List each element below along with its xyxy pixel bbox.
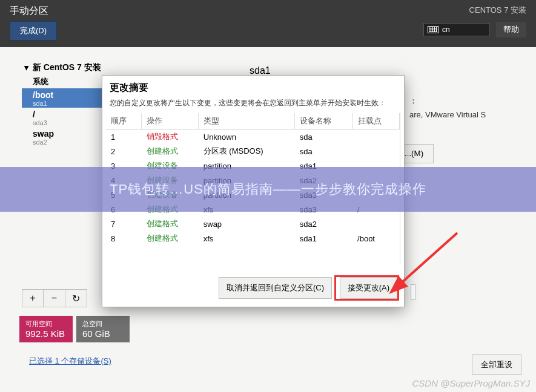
table-row[interactable]: 1销毁格式Unknownsda xyxy=(106,129,400,145)
device-desc-truncated: are, VMware Virtual S xyxy=(409,110,486,119)
accept-highlight: 接受更改(A) xyxy=(334,275,399,301)
dialog-subtitle: 您的自定义更改将产生以下变更，这些变更将会在您返回到主菜单并开始安装时生效： xyxy=(102,96,404,113)
space-summary: 可用空间 992.5 KiB 总空间 60 GiB xyxy=(19,316,130,342)
changes-table: 顺序 操作 类型 设备名称 挂载点 1销毁格式Unknownsda2创建格式分区… xyxy=(106,113,400,246)
mount-label: /boot xyxy=(33,90,94,100)
table-row[interactable]: 8创建格式xfssda1/boot xyxy=(106,231,400,246)
reset-all-button[interactable]: 全部重设 xyxy=(472,354,521,375)
mount-item-boot[interactable]: /boot sda1 xyxy=(22,88,105,108)
done-button[interactable]: 完成(D) xyxy=(10,21,57,41)
accept-button[interactable]: 接受更改(A) xyxy=(340,277,397,299)
top-right: CENTOS 7 安装 cn 帮助 xyxy=(423,5,526,38)
col-type[interactable]: 类型 xyxy=(199,113,295,129)
total-space-label: 总空间 xyxy=(82,319,124,328)
total-space-value: 60 GiB xyxy=(82,328,124,339)
collapse-icon: ▶ xyxy=(24,66,30,71)
storage-devices-link[interactable]: 已选择 1 个存储设备(S) xyxy=(29,356,111,365)
keyboard-layout-selector[interactable]: cn xyxy=(423,23,490,36)
dialog-buttons: 取消并返回到自定义分区(C) 接受更改(A) xyxy=(102,269,404,307)
storage-link-row: 已选择 1 个存储设备(S) xyxy=(29,356,111,367)
col-dev[interactable]: 设备名称 xyxy=(295,113,352,129)
topbar: 手动分区 完成(D) CENTOS 7 安装 cn 帮助 xyxy=(0,0,536,47)
total-space-box: 总空间 60 GiB xyxy=(76,316,130,342)
free-space-label: 可用空间 xyxy=(25,319,67,328)
col-op[interactable]: 操作 xyxy=(142,113,199,129)
mount-label: swap xyxy=(33,129,94,139)
free-space-value: 992.5 KiB xyxy=(25,328,67,339)
change-summary-dialog: 更改摘要 您的自定义更改将产生以下变更，这些变更将会在您返回到主菜单并开始安装时… xyxy=(102,75,405,307)
mount-item-root[interactable]: / sda3 xyxy=(22,108,105,127)
cancel-button[interactable]: 取消并返回到自定义分区(C) xyxy=(219,277,332,299)
device-label: sda3 xyxy=(33,119,94,126)
col-order[interactable]: 顺序 xyxy=(106,113,142,129)
watermark: CSDN @SuperProgMan.SYJ xyxy=(412,378,530,388)
install-group-header[interactable]: ▶ 新 CentOS 7 安装 xyxy=(22,60,105,75)
keyboard-layout-label: cn xyxy=(442,25,450,34)
remove-partition-button[interactable]: − xyxy=(44,289,65,307)
table-row[interactable]: 7创建格式swapsda2 xyxy=(106,217,400,231)
help-button[interactable]: 帮助 xyxy=(496,22,526,38)
mount-item-swap[interactable]: swap sda2 xyxy=(22,127,105,146)
reload-button[interactable]: ↻ xyxy=(65,289,87,307)
table-row[interactable]: 2创建格式分区表 (MSDOS)sda xyxy=(106,144,400,158)
col-mount[interactable]: 挂载点 xyxy=(352,113,399,129)
device-label: sda2 xyxy=(33,139,94,146)
mount-label: / xyxy=(33,109,94,119)
partition-buttons: + − ↻ xyxy=(22,289,87,307)
changes-table-wrap: 顺序 操作 类型 设备名称 挂载点 1销毁格式Unknownsda2创建格式分区… xyxy=(106,113,400,266)
partition-tree: ▶ 新 CentOS 7 安装 系统 /boot sda1 / sda3 swa… xyxy=(22,60,105,146)
dialog-title: 更改摘要 xyxy=(102,76,404,96)
right-colon: ： xyxy=(409,96,417,106)
device-label: sda1 xyxy=(33,100,94,107)
install-title: CENTOS 7 安装 xyxy=(423,5,526,16)
install-group-label: 新 CentOS 7 安装 xyxy=(33,62,101,72)
name-input-fragment[interactable] xyxy=(411,284,415,300)
free-space-box: 可用空间 992.5 KiB xyxy=(19,316,73,342)
table-row[interactable]: 4创建设备partitionsda2 xyxy=(106,173,400,188)
add-partition-button[interactable]: + xyxy=(22,289,44,307)
system-label: 系统 xyxy=(22,75,105,88)
table-row[interactable]: 6创建格式xfssda3/ xyxy=(106,202,400,217)
keyboard-icon xyxy=(428,26,438,33)
table-row[interactable]: 3创建设备partitionsda1 xyxy=(106,158,400,173)
table-row[interactable]: 5创建设备partitionsda3 xyxy=(106,188,400,202)
